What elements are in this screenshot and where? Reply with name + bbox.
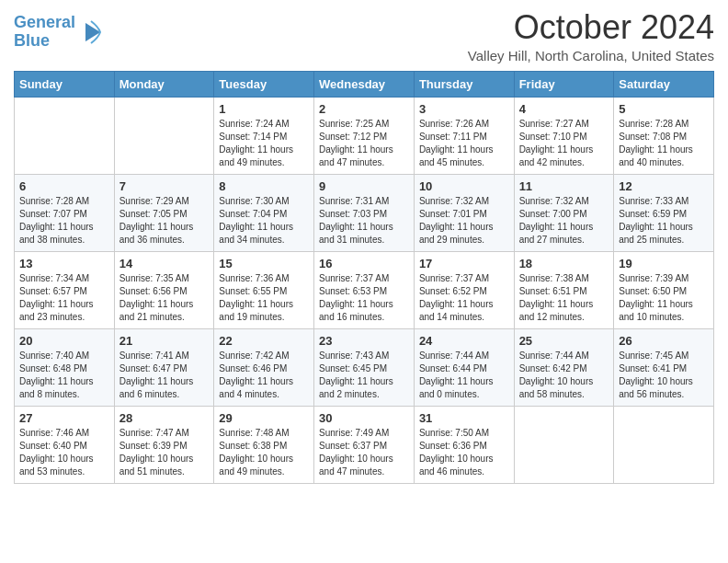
- calendar-cell: 10Sunrise: 7:32 AM Sunset: 7:01 PM Dayli…: [414, 174, 514, 251]
- calendar-cell: 28Sunrise: 7:47 AM Sunset: 6:39 PM Dayli…: [114, 406, 214, 483]
- title-area: October 2024 Valley Hill, North Carolina…: [468, 9, 714, 63]
- day-info: Sunrise: 7:39 AM Sunset: 6:50 PM Dayligh…: [619, 272, 709, 324]
- day-number: 12: [619, 179, 709, 193]
- weekday-header-tuesday: Tuesday: [214, 71, 314, 97]
- day-number: 17: [419, 257, 509, 270]
- day-info: Sunrise: 7:46 AM Sunset: 6:40 PM Dayligh…: [19, 427, 109, 478]
- day-info: Sunrise: 7:29 AM Sunset: 7:05 PM Dayligh…: [119, 195, 210, 247]
- day-number: 14: [119, 257, 210, 270]
- weekday-header-wednesday: Wednesday: [314, 71, 415, 97]
- calendar-cell: 8Sunrise: 7:30 AM Sunset: 7:04 PM Daylig…: [214, 174, 314, 251]
- logo-line1: General: [14, 14, 75, 32]
- calendar-table: SundayMondayTuesdayWednesdayThursdayFrid…: [14, 71, 714, 484]
- day-info: Sunrise: 7:41 AM Sunset: 6:47 PM Dayligh…: [119, 350, 210, 401]
- weekday-header-sunday: Sunday: [15, 71, 115, 97]
- calendar-cell: 3Sunrise: 7:26 AM Sunset: 7:11 PM Daylig…: [414, 97, 514, 174]
- weekday-header-monday: Monday: [114, 71, 214, 97]
- svg-marker-1: [85, 23, 100, 41]
- day-number: 24: [419, 334, 509, 348]
- calendar-cell: 12Sunrise: 7:33 AM Sunset: 6:59 PM Dayli…: [614, 174, 714, 251]
- day-info: Sunrise: 7:32 AM Sunset: 7:00 PM Dayligh…: [519, 195, 609, 247]
- day-info: Sunrise: 7:27 AM Sunset: 7:10 PM Dayligh…: [519, 118, 609, 169]
- day-info: Sunrise: 7:30 AM Sunset: 7:04 PM Dayligh…: [219, 195, 309, 247]
- day-info: Sunrise: 7:32 AM Sunset: 7:01 PM Dayligh…: [419, 195, 509, 247]
- day-info: Sunrise: 7:44 AM Sunset: 6:42 PM Dayligh…: [519, 350, 609, 401]
- logo-line2: Blue: [14, 32, 75, 51]
- calendar-cell: 19Sunrise: 7:39 AM Sunset: 6:50 PM Dayli…: [614, 251, 714, 328]
- location-subtitle: Valley Hill, North Carolina, United Stat…: [468, 48, 714, 63]
- calendar-cell: 14Sunrise: 7:35 AM Sunset: 6:56 PM Dayli…: [114, 251, 214, 328]
- day-info: Sunrise: 7:37 AM Sunset: 6:52 PM Dayligh…: [419, 272, 509, 324]
- calendar-week-row: 20Sunrise: 7:40 AM Sunset: 6:48 PM Dayli…: [15, 328, 714, 406]
- day-info: Sunrise: 7:45 AM Sunset: 6:41 PM Dayligh…: [619, 350, 709, 401]
- day-number: 21: [119, 334, 210, 348]
- day-info: Sunrise: 7:40 AM Sunset: 6:48 PM Dayligh…: [19, 350, 109, 401]
- day-number: 19: [619, 257, 709, 270]
- day-number: 4: [519, 102, 609, 116]
- day-number: 10: [419, 179, 509, 193]
- calendar-cell: [514, 406, 614, 483]
- weekday-header-friday: Friday: [514, 71, 614, 97]
- calendar-cell: 4Sunrise: 7:27 AM Sunset: 7:10 PM Daylig…: [514, 97, 614, 174]
- weekday-header-saturday: Saturday: [614, 71, 714, 97]
- calendar-cell: 30Sunrise: 7:49 AM Sunset: 6:37 PM Dayli…: [314, 406, 415, 483]
- calendar-cell: 21Sunrise: 7:41 AM Sunset: 6:47 PM Dayli…: [114, 328, 214, 406]
- day-info: Sunrise: 7:37 AM Sunset: 6:53 PM Dayligh…: [319, 272, 409, 324]
- calendar-cell: 6Sunrise: 7:28 AM Sunset: 7:07 PM Daylig…: [15, 174, 115, 251]
- calendar-cell: 26Sunrise: 7:45 AM Sunset: 6:41 PM Dayli…: [614, 328, 714, 406]
- day-info: Sunrise: 7:35 AM Sunset: 6:56 PM Dayligh…: [119, 272, 210, 324]
- day-number: 1: [219, 102, 309, 116]
- day-number: 13: [19, 257, 109, 270]
- calendar-cell: 18Sunrise: 7:38 AM Sunset: 6:51 PM Dayli…: [514, 251, 614, 328]
- calendar-cell: 17Sunrise: 7:37 AM Sunset: 6:52 PM Dayli…: [414, 251, 514, 328]
- day-number: 31: [419, 411, 509, 425]
- calendar-cell: 31Sunrise: 7:50 AM Sunset: 6:36 PM Dayli…: [414, 406, 514, 483]
- calendar-cell: 29Sunrise: 7:48 AM Sunset: 6:38 PM Dayli…: [214, 406, 314, 483]
- day-info: Sunrise: 7:42 AM Sunset: 6:46 PM Dayligh…: [219, 350, 309, 401]
- calendar-week-row: 13Sunrise: 7:34 AM Sunset: 6:57 PM Dayli…: [15, 251, 714, 328]
- month-title: October 2024: [468, 9, 714, 46]
- day-number: 26: [619, 334, 709, 348]
- calendar-cell: 9Sunrise: 7:31 AM Sunset: 7:03 PM Daylig…: [314, 174, 415, 251]
- day-number: 18: [519, 257, 609, 270]
- day-number: 23: [319, 334, 409, 348]
- day-number: 27: [19, 411, 109, 425]
- calendar-cell: 16Sunrise: 7:37 AM Sunset: 6:53 PM Dayli…: [314, 251, 415, 328]
- day-number: 15: [219, 257, 309, 270]
- calendar-cell: 2Sunrise: 7:25 AM Sunset: 7:12 PM Daylig…: [314, 97, 415, 174]
- day-info: Sunrise: 7:25 AM Sunset: 7:12 PM Dayligh…: [319, 118, 409, 169]
- day-number: 25: [519, 334, 609, 348]
- calendar-cell: 1Sunrise: 7:24 AM Sunset: 7:14 PM Daylig…: [214, 97, 314, 174]
- calendar-cell: 20Sunrise: 7:40 AM Sunset: 6:48 PM Dayli…: [15, 328, 115, 406]
- calendar-week-row: 6Sunrise: 7:28 AM Sunset: 7:07 PM Daylig…: [15, 174, 714, 251]
- day-info: Sunrise: 7:26 AM Sunset: 7:11 PM Dayligh…: [419, 118, 509, 169]
- day-info: Sunrise: 7:43 AM Sunset: 6:45 PM Dayligh…: [319, 350, 409, 401]
- day-number: 3: [419, 102, 509, 116]
- day-number: 20: [19, 334, 109, 348]
- weekday-header-row: SundayMondayTuesdayWednesdayThursdayFrid…: [15, 71, 714, 97]
- day-number: 30: [319, 411, 409, 425]
- day-info: Sunrise: 7:38 AM Sunset: 6:51 PM Dayligh…: [519, 272, 609, 324]
- day-info: Sunrise: 7:34 AM Sunset: 6:57 PM Dayligh…: [19, 272, 109, 324]
- day-info: Sunrise: 7:31 AM Sunset: 7:03 PM Dayligh…: [319, 195, 409, 247]
- calendar-week-row: 1Sunrise: 7:24 AM Sunset: 7:14 PM Daylig…: [15, 97, 714, 174]
- day-number: 29: [219, 411, 309, 425]
- day-number: 8: [219, 179, 309, 193]
- calendar-cell: 23Sunrise: 7:43 AM Sunset: 6:45 PM Dayli…: [314, 328, 415, 406]
- day-number: 16: [319, 257, 409, 270]
- day-info: Sunrise: 7:28 AM Sunset: 7:08 PM Dayligh…: [619, 118, 709, 169]
- day-number: 2: [319, 102, 409, 116]
- day-info: Sunrise: 7:47 AM Sunset: 6:39 PM Dayligh…: [119, 427, 210, 478]
- calendar-cell: 15Sunrise: 7:36 AM Sunset: 6:55 PM Dayli…: [214, 251, 314, 328]
- day-info: Sunrise: 7:50 AM Sunset: 6:36 PM Dayligh…: [419, 427, 509, 478]
- calendar-cell: [614, 406, 714, 483]
- day-number: 7: [119, 179, 210, 193]
- day-info: Sunrise: 7:49 AM Sunset: 6:37 PM Dayligh…: [319, 427, 409, 478]
- day-info: Sunrise: 7:48 AM Sunset: 6:38 PM Dayligh…: [219, 427, 309, 478]
- day-info: Sunrise: 7:44 AM Sunset: 6:44 PM Dayligh…: [419, 350, 509, 401]
- weekday-header-thursday: Thursday: [414, 71, 514, 97]
- day-number: 11: [519, 179, 609, 193]
- day-info: Sunrise: 7:36 AM Sunset: 6:55 PM Dayligh…: [219, 272, 309, 324]
- day-number: 6: [19, 179, 109, 193]
- calendar-cell: 27Sunrise: 7:46 AM Sunset: 6:40 PM Dayli…: [15, 406, 115, 483]
